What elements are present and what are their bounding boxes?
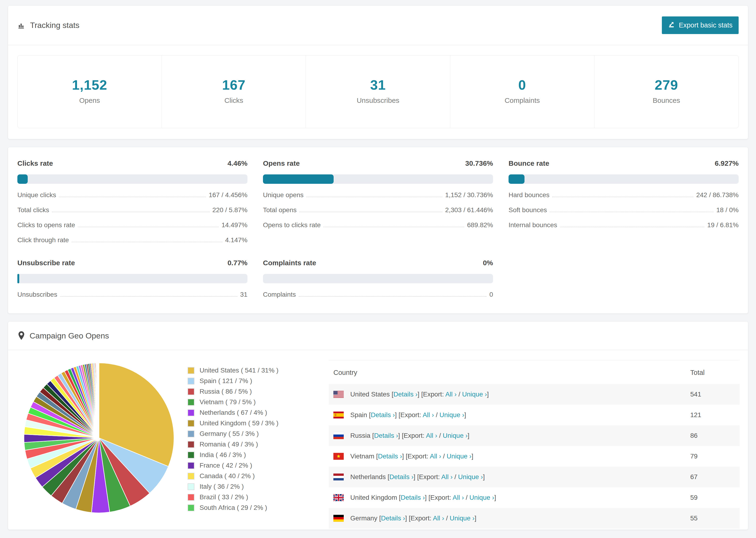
export-unique-link[interactable]: Unique › bbox=[469, 494, 494, 501]
country-cell: Russia [Details ›] [Export: All › / Uniq… bbox=[333, 432, 681, 439]
legend-item-spain: Spain ( 121 / 7% ) bbox=[188, 377, 313, 385]
rate-title: Bounce rate bbox=[509, 159, 549, 167]
detail-rows: Complaints 0 bbox=[263, 291, 493, 298]
legend-swatch bbox=[188, 452, 194, 458]
details-link[interactable]: Details › bbox=[390, 473, 414, 480]
details-link[interactable]: Details › bbox=[394, 391, 418, 398]
export-unique-link[interactable]: Unique › bbox=[462, 391, 487, 398]
geo-pie-legend: United States ( 541 / 31% ) Spain ( 121 … bbox=[188, 367, 313, 514]
legend-label: Vietnam ( 79 / 5% ) bbox=[199, 398, 256, 406]
rate-percent: 6.927% bbox=[715, 159, 739, 167]
country-cell: Vietnam [Details ›] [Export: All › / Uni… bbox=[333, 453, 681, 460]
country-row-text: Germany [Details ›] [Export: All › / Uni… bbox=[350, 514, 476, 522]
country-row-text: Vietnam [Details ›] [Export: All › / Uni… bbox=[350, 453, 473, 460]
detail-label: Unsubscribes bbox=[17, 291, 57, 298]
leader-dots bbox=[324, 227, 464, 227]
detail-label: Soft bounces bbox=[509, 206, 547, 214]
export-all-link[interactable]: All › bbox=[423, 411, 434, 418]
details-link[interactable]: Details › bbox=[371, 411, 395, 418]
total-cell: 59 bbox=[685, 487, 739, 508]
stat-label: Complaints bbox=[450, 96, 594, 104]
stat-label: Clicks bbox=[162, 96, 306, 104]
rates-card: Clicks rate 4.46% Unique clicks 167 / 4.… bbox=[8, 147, 748, 314]
legend-item-india: India ( 46 / 3% ) bbox=[188, 451, 313, 459]
rate-block-complaints-rate: Complaints rate 0% Complaints 0 bbox=[263, 259, 493, 298]
detail-row: Hard bounces 242 / 86.738% bbox=[509, 191, 739, 199]
detail-value: 689.82% bbox=[467, 221, 493, 229]
geo-title: Campaign Geo Opens bbox=[29, 331, 109, 340]
leader-dots bbox=[550, 212, 714, 212]
stat-label: Bounces bbox=[594, 96, 738, 104]
legend-swatch bbox=[188, 483, 194, 490]
details-link[interactable]: Details › bbox=[378, 453, 402, 460]
leader-dots bbox=[560, 227, 704, 227]
progress-fill bbox=[17, 174, 28, 184]
country-cell: Spain [Details ›] [Export: All › / Uniqu… bbox=[333, 411, 681, 419]
rate-percent: 0% bbox=[483, 259, 493, 267]
detail-rows: Unsubscribes 31 bbox=[17, 291, 247, 298]
total-cell: 79 bbox=[685, 446, 739, 467]
export-all-link[interactable]: All › bbox=[430, 453, 441, 460]
rate-title: Unsubscribe rate bbox=[17, 259, 75, 267]
export-all-link[interactable]: All › bbox=[433, 514, 444, 522]
detail-label: Total opens bbox=[263, 206, 297, 214]
detail-row: Internal bounces 19 / 6.81% bbox=[509, 221, 739, 229]
legend-item-italy: Italy ( 36 / 2% ) bbox=[188, 483, 313, 490]
export-unique-link[interactable]: Unique › bbox=[450, 514, 474, 522]
details-link[interactable]: Details › bbox=[374, 432, 398, 439]
legend-item-united-kingdom: United Kingdom ( 59 / 3% ) bbox=[188, 419, 313, 427]
legend-label: Netherlands ( 67 / 4% ) bbox=[199, 409, 267, 416]
detail-value: 19 / 6.81% bbox=[707, 221, 739, 229]
rate-head: Unsubscribe rate 0.77% bbox=[17, 259, 247, 267]
country-row-text: United Kingdom [Details ›] [Export: All … bbox=[350, 494, 496, 501]
export-unique-link[interactable]: Unique › bbox=[443, 432, 468, 439]
leader-dots bbox=[298, 296, 486, 297]
details-link[interactable]: Details › bbox=[401, 494, 425, 501]
country-row-text: United States [Details ›] [Export: All ›… bbox=[350, 391, 489, 398]
stat-bounces: 279 Bounces bbox=[594, 55, 738, 128]
export-all-link[interactable]: All › bbox=[445, 391, 457, 398]
campaign-geo-opens-card: Campaign Geo Opens United States ( 541 /… bbox=[8, 321, 748, 530]
legend-label: United States ( 541 / 31% ) bbox=[199, 367, 279, 374]
stat-value: 0 bbox=[450, 77, 594, 93]
export-all-link[interactable]: All › bbox=[426, 432, 437, 439]
legend-item-netherlands: Netherlands ( 67 / 4% ) bbox=[188, 409, 313, 416]
tracking-stats-card: Tracking stats Export basic stats 1,152 … bbox=[8, 5, 748, 139]
export-all-link[interactable]: All › bbox=[441, 473, 453, 480]
flag-gb-icon bbox=[333, 494, 344, 501]
detail-value: 14.497% bbox=[221, 221, 247, 229]
geo-card-header: Campaign Geo Opens bbox=[8, 322, 748, 350]
legend-swatch bbox=[188, 505, 194, 511]
country-row-text: Netherlands [Details ›] [Export: All › /… bbox=[350, 473, 485, 481]
legend-item-germany: Germany ( 55 / 3% ) bbox=[188, 430, 313, 438]
legend-label: Brazil ( 33 / 2% ) bbox=[199, 493, 248, 501]
stats-row: 1,152 Opens 167 Clicks 31 Unsubscribes 0… bbox=[17, 55, 739, 128]
legend-swatch bbox=[188, 430, 194, 437]
export-unique-link[interactable]: Unique › bbox=[458, 473, 483, 480]
export-all-link[interactable]: All › bbox=[453, 494, 464, 501]
details-link[interactable]: Details › bbox=[381, 514, 405, 522]
rate-block-unsubscribe-rate: Unsubscribe rate 0.77% Unsubscribes 31 bbox=[17, 259, 247, 298]
progress-track bbox=[17, 174, 247, 184]
flag-us-icon bbox=[333, 391, 344, 398]
detail-label: Hard bounces bbox=[509, 191, 549, 199]
export-unique-link[interactable]: Unique › bbox=[440, 411, 464, 418]
progress-track bbox=[263, 174, 493, 184]
export-unique-link[interactable]: Unique › bbox=[447, 453, 471, 460]
leader-dots bbox=[52, 212, 209, 212]
campaign-stats-page: { "accent": "#17869e", "tracking": { "ti… bbox=[0, 0, 756, 538]
detail-row: Soft bounces 18 / 0% bbox=[509, 206, 739, 214]
legend-label: Spain ( 121 / 7% ) bbox=[199, 377, 252, 385]
detail-value: 18 / 0% bbox=[716, 206, 739, 214]
export-basic-stats-button[interactable]: Export basic stats bbox=[662, 17, 739, 34]
rates-grid: Clicks rate 4.46% Unique clicks 167 / 4.… bbox=[17, 159, 739, 298]
total-cell: 86 bbox=[685, 425, 739, 446]
table-row-spain: Spain [Details ›] [Export: All › / Uniqu… bbox=[329, 405, 739, 425]
detail-row: Unsubscribes 31 bbox=[17, 291, 247, 298]
flag-es-icon bbox=[333, 411, 344, 418]
flag-nl-icon bbox=[333, 473, 344, 480]
stat-label: Opens bbox=[18, 96, 162, 104]
detail-label: Click through rate bbox=[17, 237, 69, 244]
legend-swatch bbox=[188, 367, 194, 374]
leader-dots bbox=[306, 197, 442, 197]
